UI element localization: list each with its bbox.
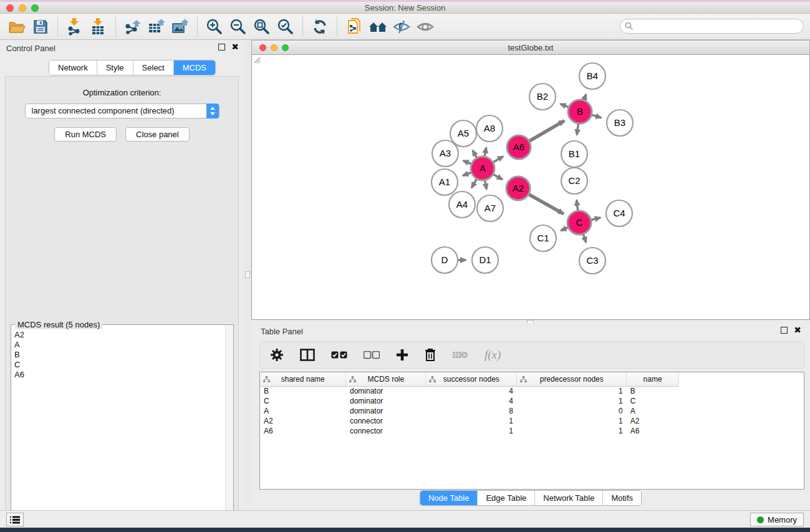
- clone-network-button[interactable]: [342, 16, 366, 37]
- tab-network[interactable]: Network: [49, 60, 97, 75]
- table-row[interactable]: A2connector11A2: [260, 416, 679, 426]
- svg-text:A6: A6: [513, 142, 524, 152]
- search-icon: [625, 22, 634, 31]
- export-network-button[interactable]: [121, 16, 145, 37]
- table-row[interactable]: Cdominator41C: [260, 396, 679, 406]
- graph-node-D[interactable]: D: [432, 247, 458, 273]
- panel-divider[interactable]: [244, 40, 251, 506]
- close-table-panel-icon[interactable]: ✖: [794, 327, 801, 334]
- network-view-window: testGlobe.txt B4B2BB3A5A8A6A3AB1A1C2A2A4…: [251, 40, 810, 320]
- mcds-result-item[interactable]: A6: [14, 370, 224, 380]
- zoom-fit-button[interactable]: [250, 16, 274, 37]
- graph-node-C[interactable]: C: [567, 211, 591, 235]
- tab-network-table[interactable]: Network Table: [535, 491, 603, 505]
- zoom-in-button[interactable]: [203, 16, 226, 37]
- add-column-icon[interactable]: [396, 349, 408, 361]
- graph-node-C3[interactable]: C3: [579, 248, 605, 274]
- svg-text:A5: A5: [458, 128, 469, 138]
- hide-detail-button[interactable]: [390, 16, 413, 37]
- memory-button[interactable]: Memory: [750, 513, 804, 526]
- close-panel-icon[interactable]: ✖: [231, 44, 239, 51]
- clear-checkboxes-icon[interactable]: [364, 351, 380, 359]
- show-graphics-button[interactable]: [413, 16, 437, 37]
- close-panel-button[interactable]: Close panel: [125, 127, 190, 142]
- import-table-button[interactable]: [87, 16, 110, 37]
- delete-column-trash-icon[interactable]: [425, 348, 436, 362]
- optimization-select[interactable]: largest connected component (directed): [25, 104, 219, 118]
- graph-node-C1[interactable]: C1: [530, 225, 556, 251]
- divider-grip[interactable]: [245, 271, 250, 278]
- function-builder-fx-icon: f(x): [485, 348, 501, 362]
- graph-node-B1[interactable]: B1: [561, 141, 587, 167]
- graph-node-A4[interactable]: A4: [449, 191, 475, 218]
- run-mcds-button[interactable]: Run MCDS: [54, 127, 117, 142]
- column-header-name[interactable]: name: [627, 372, 679, 386]
- table-row[interactable]: A6connector11A6: [260, 426, 679, 436]
- tab-style[interactable]: Style: [97, 60, 133, 75]
- toolbar-separator: [337, 17, 337, 37]
- graph-node-D1[interactable]: D1: [472, 247, 498, 273]
- result-scrollbar[interactable]: [225, 325, 233, 532]
- zoom-out-button[interactable]: [226, 16, 250, 37]
- column-header-shared-name[interactable]: shared name: [260, 372, 346, 386]
- resize-grip-icon[interactable]: [252, 55, 261, 64]
- graph-node-B[interactable]: B: [568, 100, 592, 123]
- svg-text:B3: B3: [614, 117, 625, 128]
- float-panel-icon[interactable]: [218, 44, 225, 51]
- float-table-panel-icon[interactable]: [781, 327, 788, 334]
- import-table-icon: [90, 18, 107, 36]
- graph-node-C2[interactable]: C2: [561, 168, 587, 194]
- table-row[interactable]: Bdominator41B: [260, 386, 679, 396]
- mcds-result-title: MCDS result (5 nodes): [15, 320, 102, 329]
- network-canvas[interactable]: B4B2BB3A5A8A6A3AB1A1C2A2A4A7CC4C1C3DD1: [251, 55, 810, 320]
- import-network-button[interactable]: [63, 16, 87, 37]
- mcds-result-item[interactable]: C: [14, 360, 224, 370]
- save-floppy-icon: [33, 19, 48, 34]
- export-image-button[interactable]: [168, 16, 192, 37]
- optimization-select-value: largest connected component (directed): [32, 106, 175, 115]
- select-all-checkboxes-icon[interactable]: [331, 351, 347, 359]
- graph-node-A8[interactable]: A8: [476, 115, 503, 142]
- graph-node-B3[interactable]: B3: [607, 110, 633, 136]
- graph-node-B2[interactable]: B2: [529, 84, 556, 110]
- mcds-result-item[interactable]: B: [14, 350, 224, 360]
- svg-text:A7: A7: [485, 203, 496, 213]
- network-window-titlebar[interactable]: testGlobe.txt: [251, 40, 810, 55]
- tab-motifs[interactable]: Motifs: [603, 491, 641, 505]
- column-header-mcds-role[interactable]: MCDS role: [346, 372, 426, 386]
- graph-node-C4[interactable]: C4: [606, 200, 632, 226]
- tab-node-table[interactable]: Node Table: [420, 491, 478, 505]
- home-button[interactable]: [366, 16, 390, 37]
- mcds-result-item[interactable]: A: [14, 340, 224, 350]
- graph-node-A6[interactable]: A6: [507, 135, 531, 159]
- save-session-button[interactable]: [29, 16, 52, 37]
- search-input[interactable]: [620, 19, 804, 34]
- graph-node-A1[interactable]: A1: [432, 169, 458, 195]
- tab-mcds[interactable]: MCDS: [174, 60, 215, 75]
- split-view-icon[interactable]: [300, 349, 315, 361]
- task-history-button[interactable]: [6, 513, 24, 526]
- svg-text:A2: A2: [513, 183, 524, 193]
- refresh-button[interactable]: [308, 16, 332, 37]
- graph-node-A[interactable]: A: [471, 157, 494, 180]
- open-session-button[interactable]: [5, 16, 29, 37]
- tab-select[interactable]: Select: [133, 60, 174, 75]
- mcds-result-item[interactable]: A2: [14, 330, 224, 340]
- svg-text:B: B: [577, 106, 583, 117]
- column-header-predecessor-nodes[interactable]: predecessor nodes: [517, 372, 627, 386]
- table-panel: Table Panel ✖: [251, 323, 810, 510]
- table-row[interactable]: Adominator80A: [260, 406, 679, 416]
- table-settings-gear-icon[interactable]: [270, 348, 284, 362]
- column-header-successor-nodes[interactable]: successor nodes: [426, 372, 517, 386]
- export-table-button[interactable]: [145, 16, 168, 37]
- zoom-selected-button[interactable]: [274, 16, 297, 37]
- graph-node-A2[interactable]: A2: [506, 177, 530, 200]
- desktop-edge: [0, 528, 810, 532]
- graph-node-A5[interactable]: A5: [450, 120, 476, 147]
- graph-node-A7[interactable]: A7: [477, 195, 503, 221]
- zoom-out-icon: [230, 19, 246, 35]
- graph-node-B4[interactable]: B4: [579, 63, 605, 89]
- attribute-icon: [349, 376, 356, 382]
- graph-node-A3[interactable]: A3: [432, 140, 458, 167]
- tab-edge-table[interactable]: Edge Table: [478, 491, 535, 505]
